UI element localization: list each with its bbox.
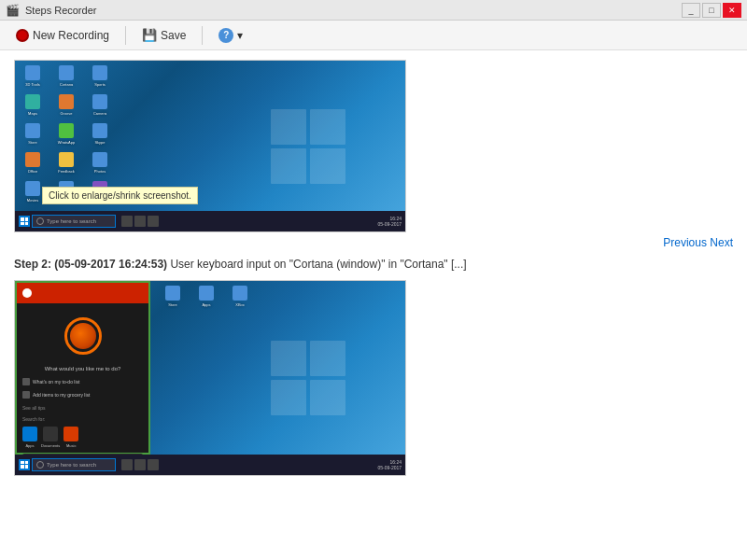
music-icon xyxy=(63,427,78,441)
window-controls: _ □ ✕ xyxy=(682,3,741,18)
cortana-apps-item: Apps xyxy=(22,427,37,448)
step1-screenshot-container[interactable]: 3D Tools Cortana Sports Maps Groove Came… xyxy=(14,60,406,232)
next-link[interactable]: Next xyxy=(710,236,733,249)
win-desktop-bg: 3D Tools Cortana Sports Maps Groove Came… xyxy=(15,61,405,231)
save-label: Save xyxy=(161,29,186,42)
step2-header: Step 2: (05-09-2017 16:24:53) User keybo… xyxy=(14,257,733,273)
documents-icon xyxy=(43,427,58,441)
help-button[interactable]: ? ▾ xyxy=(210,24,251,47)
minimize-button[interactable]: _ xyxy=(682,3,700,18)
search-icon xyxy=(36,217,44,225)
save-button[interactable]: 💾 Save xyxy=(134,24,194,46)
apps-icon xyxy=(22,427,37,441)
cortana-circle-icon xyxy=(64,317,102,355)
step2-taskbar-right: 16:2405-09-2017 xyxy=(377,459,402,470)
record-dot-icon xyxy=(16,29,29,42)
toolbar: New Recording 💾 Save ? ▾ xyxy=(0,21,747,50)
start-button[interactable] xyxy=(19,216,30,227)
step2-desktop-icons: Store Apps XBox xyxy=(160,286,253,307)
cortana-list-item-1: What's on my to-do list xyxy=(17,375,148,388)
close-button[interactable]: ✕ xyxy=(723,3,741,18)
screenshot-tooltip: Click to enlarge/shrink screenshot. xyxy=(42,187,198,204)
tooltip-text: Click to enlarge/shrink screenshot. xyxy=(49,190,191,201)
taskbar: Type here to search 16:2405-09-2017 xyxy=(15,211,405,231)
time-display: 16:2405-09-2017 xyxy=(377,216,402,227)
step2-screenshot: What would you like me to do? What's on … xyxy=(14,280,406,476)
step2-taskbar-icons xyxy=(121,459,159,470)
toolbar-separator xyxy=(125,26,126,45)
new-recording-button[interactable]: New Recording xyxy=(7,25,118,46)
maximize-button[interactable]: □ xyxy=(702,3,721,18)
desktop-icons: 3D Tools Cortana Sports Maps Groove Came… xyxy=(20,65,113,203)
help-icon: ? xyxy=(218,28,233,43)
cortana-list-icon-2 xyxy=(22,391,30,399)
step2-taskbar: Type here to search 16:2405-09-2017 xyxy=(15,455,405,475)
save-icon: 💾 xyxy=(142,28,157,42)
taskbar-icons xyxy=(121,216,159,227)
step2-search-text: Type here to search xyxy=(47,462,96,468)
new-recording-label: New Recording xyxy=(33,29,109,42)
cortana-panel: What would you like me to do? What's on … xyxy=(15,281,150,455)
step2-start-button[interactable] xyxy=(19,459,30,470)
cortana-see-all-tips: See all tips xyxy=(17,401,148,413)
previous-link[interactable]: Previous xyxy=(663,236,707,249)
step2-screenshot-container[interactable]: What would you like me to do? What's on … xyxy=(14,280,406,476)
cortana-list-item-2: Add items to my grocery list xyxy=(17,388,148,401)
cortana-header xyxy=(17,283,148,303)
step2-timestamp: Step 2: (05-09-2017 16:24:53) xyxy=(14,258,167,271)
toolbar-separator-2 xyxy=(202,26,203,45)
cortana-list-icon-1 xyxy=(22,378,30,385)
cortana-header-icon xyxy=(22,288,32,298)
step2-time-display: 16:2405-09-2017 xyxy=(377,459,402,470)
search-bar[interactable]: Type here to search xyxy=(32,215,116,228)
nav-links: Previous Next xyxy=(14,236,733,249)
cortana-inner-glow xyxy=(70,323,96,349)
title-bar: 🎬 Steps Recorder _ □ ✕ xyxy=(0,0,747,21)
taskbar-right: 16:2405-09-2017 xyxy=(377,216,402,227)
cortana-search-for-label: Search for: xyxy=(17,413,148,424)
step2-desktop: What would you like me to do? What's on … xyxy=(15,281,405,475)
cortana-music-item: Music xyxy=(63,427,78,448)
cortana-search-row: Apps Documents Music xyxy=(17,424,148,451)
dropdown-arrow: ▾ xyxy=(237,29,243,42)
step2-section: Step 2: (05-09-2017 16:24:53) User keybo… xyxy=(14,257,733,480)
main-content: 3D Tools Cortana Sports Maps Groove Came… xyxy=(0,50,747,560)
step2-description: User keyboard input on "Cortana (window)… xyxy=(170,258,466,271)
search-text: Type here to search xyxy=(47,218,96,224)
cortana-documents-item: Documents xyxy=(41,427,60,448)
step2-search-bar[interactable]: Type here to search xyxy=(32,458,116,471)
step1-screenshot: 3D Tools Cortana Sports Maps Groove Came… xyxy=(14,60,406,232)
title-text: Steps Recorder xyxy=(25,5,96,16)
step2-search-icon xyxy=(36,461,44,469)
app-icon: 🎬 xyxy=(6,4,20,17)
cortana-greeting: What would you like me to do? xyxy=(17,362,148,375)
win-logo xyxy=(271,109,345,184)
step2-win-logo xyxy=(271,341,345,415)
